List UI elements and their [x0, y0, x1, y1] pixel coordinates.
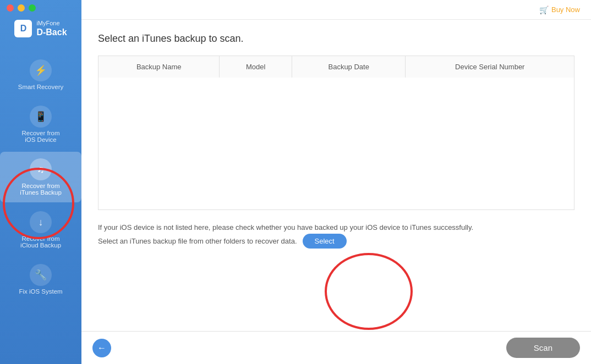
table-empty-row: [98, 78, 574, 209]
main-content: 🛒 Buy Now Select an iTunes backup to sca…: [81, 0, 591, 364]
scan-button[interactable]: Scan: [506, 338, 580, 358]
brand-name-top: iMyFone: [36, 20, 67, 27]
col-backup-date: Backup Date: [292, 56, 406, 78]
back-button[interactable]: ←: [92, 339, 111, 357]
traffic-light-minimize[interactable]: [18, 4, 25, 12]
smart-recovery-icon: ⚡: [30, 59, 52, 81]
buy-now-button[interactable]: 🛒 Buy Now: [539, 5, 580, 14]
sidebar-item-label-recover-itunes: Recover fromiTunes Backup: [20, 183, 62, 196]
sidebar: D iMyFone D-Back ⚡ Smart Recovery 📱 Reco…: [0, 0, 81, 364]
bottom-bar: ← Scan: [81, 331, 591, 364]
table-header: Backup Name Model Backup Date Device Ser…: [98, 56, 574, 78]
recover-itunes-icon: ♫: [30, 158, 52, 180]
sidebar-item-recover-ios[interactable]: 📱 Recover fromiOS Device: [0, 99, 81, 150]
sidebar-item-label-recover-icloud: Recover fromiCloud Backup: [20, 235, 61, 249]
col-device-serial: Device Serial Number: [406, 56, 574, 78]
fix-ios-icon: 🔧: [30, 264, 52, 286]
recover-ios-icon: 📱: [30, 106, 52, 128]
page-title: Select an iTunes backup to scan.: [98, 33, 574, 45]
top-bar: 🛒 Buy Now: [81, 0, 591, 20]
app-logo: D iMyFone D-Back: [14, 20, 67, 37]
traffic-light-close[interactable]: [7, 4, 14, 12]
sidebar-item-label-smart-recovery: Smart Recovery: [18, 84, 63, 90]
backup-table: Backup Name Model Backup Date Device Ser…: [98, 56, 574, 210]
sidebar-item-recover-itunes[interactable]: ♫ Recover fromiTunes Backup: [0, 152, 81, 202]
table-body: [98, 78, 574, 209]
logo-icon: D: [14, 20, 32, 37]
info-line2: Select an iTunes backup file from other …: [98, 235, 297, 247]
sidebar-item-label-recover-ios: Recover fromiOS Device: [21, 130, 59, 143]
sidebar-item-fix-ios[interactable]: 🔧 Fix iOS System: [0, 257, 81, 301]
traffic-light-maximize[interactable]: [29, 4, 36, 12]
back-icon: ←: [97, 343, 106, 353]
recover-icloud-icon: ↓: [30, 211, 52, 233]
col-model: Model: [220, 56, 292, 78]
brand-name-bottom: D-Back: [36, 27, 67, 37]
sidebar-item-label-fix-ios: Fix iOS System: [19, 288, 62, 295]
table-header-row: Backup Name Model Backup Date Device Ser…: [98, 56, 574, 78]
sidebar-item-recover-icloud[interactable]: ↓ Recover fromiCloud Backup: [0, 205, 81, 255]
sidebar-item-smart-recovery[interactable]: ⚡ Smart Recovery: [0, 53, 81, 97]
select-button[interactable]: Select: [303, 234, 347, 249]
cart-icon: 🛒: [539, 5, 549, 14]
info-row2: Select an iTunes backup file from other …: [98, 234, 574, 249]
logo-text: iMyFone D-Back: [36, 20, 67, 37]
info-line1: If your iOS device is not listed here, p…: [98, 221, 574, 234]
title-bar: [0, 0, 81, 15]
sidebar-nav: ⚡ Smart Recovery 📱 Recover fromiOS Devic…: [0, 53, 81, 364]
info-section: If your iOS device is not listed here, p…: [98, 210, 574, 257]
col-backup-name: Backup Name: [98, 56, 220, 78]
buy-now-label: Buy Now: [551, 5, 580, 14]
content-area: Select an iTunes backup to scan. Backup …: [81, 20, 591, 331]
